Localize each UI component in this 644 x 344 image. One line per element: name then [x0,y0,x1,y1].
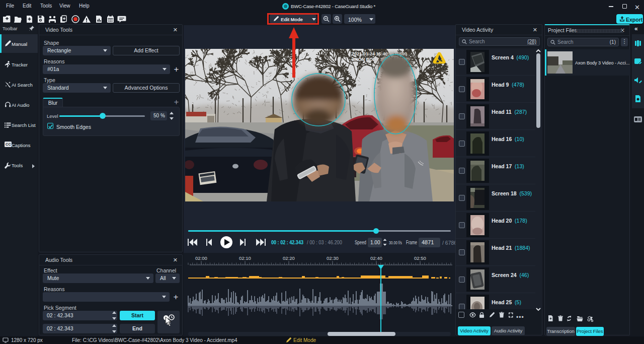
svg-text:Speed: Speed [355,240,366,245]
svg-text:30.00 f/s: 30.00 f/s [389,240,402,245]
svg-text:C: C [6,143,8,146]
svg-text:00 : 02 : 42.343: 00 : 02 : 42.343 [271,239,303,245]
svg-text:02:50: 02:50 [414,255,426,261]
svg-text:02:00: 02:00 [195,255,207,261]
svg-text:02:30: 02:30 [327,255,339,261]
svg-text:02:20: 02:20 [283,255,295,261]
svg-text:02:40: 02:40 [370,255,382,261]
svg-text:/ 00 : 03 : 46.200: / 00 : 03 : 46.200 [307,239,342,245]
svg-text:C: C [8,143,11,146]
svg-text:4871: 4871 [422,239,434,245]
svg-text:02:10: 02:10 [239,255,251,261]
svg-text:1.00: 1.00 [370,240,380,245]
svg-text:Frame: Frame [406,240,417,245]
